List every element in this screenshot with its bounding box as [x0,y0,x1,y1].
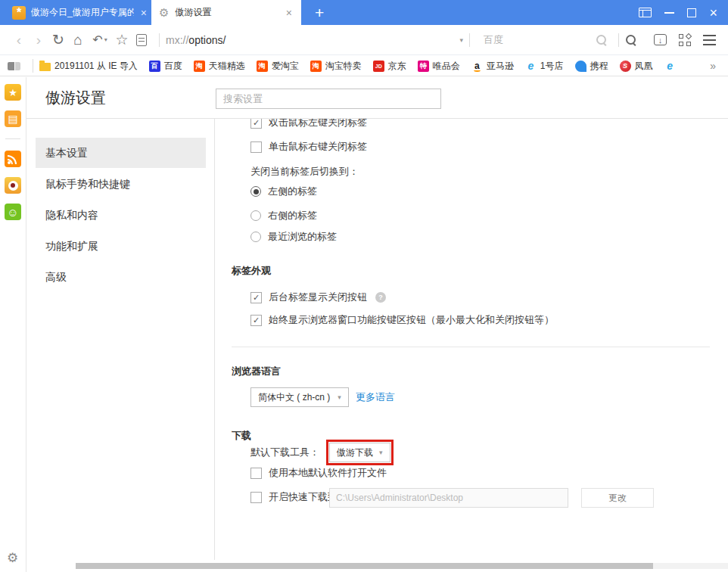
nav-item-features-extensions[interactable]: 功能和扩展 [36,231,206,261]
new-tab-button[interactable]: + [315,4,324,22]
bookmark-ctrip[interactable]: 携程 [575,60,608,73]
bookmark-yhd[interactable]: e 1号店 [525,60,564,73]
maxnote-icon[interactable]: ▤ [5,110,21,127]
tab-maxthon-today[interactable]: * 傲游今日_傲游用户专属的网 × [9,0,151,25]
forward-icon[interactable]: › [29,33,48,48]
url-text[interactable]: mx://options/ [166,34,226,46]
bookmarks-overflow-icon[interactable]: » [710,60,720,72]
tab-title: 傲游今日_傲游用户专属的网 [31,6,134,19]
bookmark-label: 爱淘宝 [272,60,299,73]
bookmark-label: 天猫精选 [209,60,245,73]
bookmark-tmall[interactable]: 淘 天猫精选 [194,60,245,73]
download-tool-select[interactable]: 傲游下载 ▾ [329,443,390,462]
main-menu-icon[interactable] [703,35,716,45]
weibo-icon[interactable] [5,177,21,194]
bookmark-label: 京东 [388,60,406,73]
radio-row-right-tab[interactable]: 右侧的标签 [250,208,317,223]
checkbox-checked[interactable]: ✓ [250,119,262,129]
checkbox-row-local-app[interactable]: 使用本地默认软件打开文件 [250,465,387,480]
settings-search-input[interactable] [216,89,441,109]
checkbox-row-window-buttons[interactable]: ✓ 始终显示浏览器窗口功能按键区按钮（最小最大化和关闭按钮等） [250,312,554,328]
checkbox-row-bg-tab-close[interactable]: ✓ 后台标签显示关闭按钮 ? [250,290,386,305]
tab-close-icon[interactable]: × [139,7,148,19]
checkbox-unchecked[interactable] [250,141,262,153]
language-select[interactable]: 简体中文 ( zh-cn ) ▾ [250,387,349,407]
change-path-button[interactable]: 更改 [581,488,654,508]
reader-mode-icon[interactable] [136,34,147,46]
red-highlight-box: 傲游下载 ▾ [326,440,394,465]
radio-selected[interactable] [250,186,261,197]
bookmark-vip[interactable]: 特 唯品会 [418,60,460,73]
checkbox-label: 开启快速下载到 [269,490,338,504]
divider [5,138,20,139]
bookmark-label: 凤凰 [635,60,653,73]
bookmark-amazon[interactable]: a 亚马逊 [471,60,514,73]
bookmark-phoenix[interactable]: S 凤凰 [620,60,653,73]
url-dropdown-icon[interactable]: ▾ [459,36,463,44]
nav-item-basic[interactable]: 基本设置 [36,138,206,168]
radio-label: 右侧的标签 [268,209,317,222]
download-icon[interactable]: ↓ [654,34,667,45]
smiley-icon[interactable]: ☺ [5,204,21,220]
minimize-button[interactable] [664,12,674,14]
checkbox-row-quick-download[interactable]: 开启快速下载到 [250,490,338,505]
bookmark-jd[interactable]: JD 京东 [373,60,406,73]
checkbox-unchecked[interactable] [250,468,262,479]
chevron-down-icon: ▾ [338,393,341,401]
maximize-button[interactable] [687,8,696,17]
ie-icon: e [525,61,537,72]
nav-item-privacy[interactable]: 隐私和内容 [36,200,206,230]
checkbox-row-double-click-close[interactable]: ✓ 双击鼠标左键关闭标签 [250,119,367,130]
refresh-icon[interactable]: ↻ [48,33,68,48]
help-icon[interactable]: ? [375,292,386,303]
url-scheme: mx:// [166,34,188,46]
radio-row-left-tab[interactable]: 左侧的标签 [250,184,317,199]
checkbox-label: 使用本地默认软件打开文件 [269,466,387,480]
radio-unselected[interactable] [250,210,261,221]
nav-item-advanced[interactable]: 高级 [36,262,206,292]
tab-close-icon[interactable]: × [285,7,294,19]
bookmark-aitaobao[interactable]: 淘 爱淘宝 [257,60,299,73]
checkbox-checked[interactable]: ✓ [250,292,262,303]
horizontal-scrollbar-track[interactable] [653,563,728,569]
search-engine-field[interactable]: 百度 [484,33,596,47]
bookmark-folder-import[interactable]: 20191101 从 IE 导入 [39,60,138,73]
checkbox-unchecked[interactable] [250,492,262,503]
home-icon[interactable]: ⌂ [68,33,88,48]
tab-settings[interactable]: ⚙ 傲游设置 × [151,0,301,25]
divider [618,33,619,47]
sniffer-icon[interactable] [625,34,637,46]
back-icon[interactable]: ‹ [9,33,29,48]
search-icon[interactable] [596,34,608,46]
more-languages-link[interactable]: 更多语言 [356,390,395,404]
radio-label: 最近浏览的标签 [268,230,337,244]
checkbox-label: 后台标签显示关闭按钮 [269,291,367,304]
sidebar-toggle-icon[interactable] [8,62,20,70]
bookmark-taobao-sale[interactable]: 淘 淘宝特卖 [310,60,362,73]
bookmark-label: 百度 [164,60,182,73]
bookmark-label: 淘宝特卖 [325,60,362,73]
bookmark-ie[interactable]: e [664,61,676,72]
folder-icon [39,63,51,71]
bookmark-label: 1号店 [540,60,564,73]
settings-content: ✓ 双击鼠标左键关闭标签 单击鼠标右键关闭标签 关闭当前标签后切换到： 左侧的标… [215,119,728,560]
chevron-down-icon: ▾ [379,449,383,456]
close-window-button[interactable]: × [709,6,717,20]
bookmark-baidu[interactable]: 百 百度 [149,60,182,73]
undo-closed-tabs-button[interactable]: ↶ ▾ [88,33,112,47]
apps-grid-icon[interactable] [679,34,691,46]
radio-row-recent-tab[interactable]: 最近浏览的标签 [250,229,337,244]
checkbox-checked[interactable]: ✓ [250,315,262,326]
download-path-input[interactable] [329,488,568,508]
favorites-icon[interactable]: ★ [5,84,21,101]
checkbox-row-right-click-close[interactable]: 单击鼠标右键关闭标签 [250,139,367,154]
split-screen-icon[interactable] [639,8,652,17]
language-row: 简体中文 ( zh-cn ) ▾ 更多语言 [250,387,395,407]
horizontal-scrollbar-thumb[interactable] [76,563,653,569]
rss-icon[interactable] [5,151,21,167]
nav-item-mouse-shortcuts[interactable]: 鼠标手势和快捷键 [36,169,206,199]
favorite-star-icon[interactable]: ☆ [112,33,132,48]
sidebar-settings-gear-icon[interactable]: ⚙ [7,550,18,566]
chevron-down-icon: ▾ [104,36,107,43]
radio-unselected[interactable] [250,232,261,242]
